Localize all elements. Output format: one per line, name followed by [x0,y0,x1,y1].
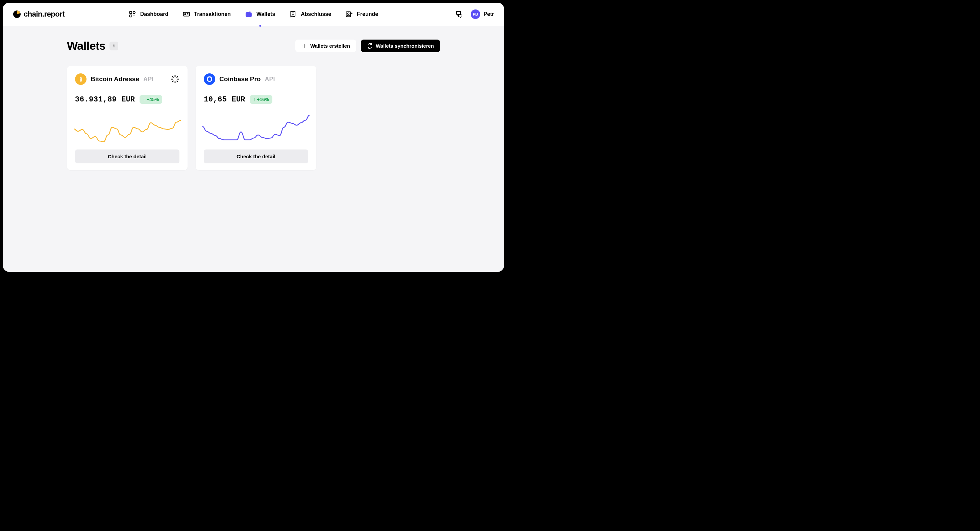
brand-name: chain.report [24,10,65,19]
wallet-sparkline [74,114,181,144]
user-menu[interactable]: PB Petr [471,10,494,19]
main-nav: Dashboard Transaktionen Wallets Abschl [129,3,378,26]
sync-wallets-label: Wallets synchronisieren [376,43,434,49]
nav-closings-label: Abschlüsse [301,11,331,17]
nav-wallets[interactable]: Wallets [245,3,275,26]
svg-line-28 [177,77,177,77]
wallet-name: Bitcoin Adresse [91,75,139,83]
wallet-amount: 36.931,89 [75,96,116,104]
check-detail-button[interactable]: Check the detail [204,150,308,163]
change-value: +45% [147,97,159,102]
wallet-tag: API [265,76,275,83]
active-indicator [259,25,261,27]
chat-icon[interactable] [455,10,463,18]
change-badge: ↑ +16% [250,95,272,104]
page-title: Wallets [67,39,105,53]
check-detail-button[interactable]: Check the detail [75,150,180,163]
svg-point-2 [133,11,135,14]
sync-icon [367,43,372,49]
transactions-icon [183,11,190,18]
nav-transactions[interactable]: Transaktionen [183,3,231,26]
wallet-name: Coinbase Pro [219,75,261,83]
divider [196,110,316,110]
nav-closings[interactable]: Abschlüsse [289,3,331,26]
nav-dashboard-label: Dashboard [140,11,169,17]
svg-rect-1 [130,11,132,14]
wallet-card-coinbase-pro[interactable]: Coinbase Pro API 10,65 EUR ↑ +16% Check [196,66,316,170]
sync-wallets-button[interactable]: Wallets synchronisieren [361,40,440,52]
svg-rect-3 [130,15,132,17]
page-header: Wallets i Wallets erstellen Wallets sync… [67,39,440,53]
brand-logo[interactable]: chain.report [13,10,65,19]
avatar: PB [471,10,480,19]
nav-wallets-label: Wallets [256,11,275,17]
nav-friends[interactable]: Freunde [345,3,378,26]
brand-logo-icon [13,10,21,18]
page-content: Wallets i Wallets erstellen Wallets sync… [3,26,504,183]
change-badge: ↑ +45% [140,95,162,104]
create-wallet-label: Wallets erstellen [310,43,350,49]
detail-label: Check the detail [237,153,275,159]
loading-spinner-icon [171,75,180,83]
create-wallet-button[interactable]: Wallets erstellen [295,40,356,52]
divider [67,110,188,110]
closings-icon [289,11,297,18]
coinbase-icon [204,73,215,85]
svg-point-6 [185,14,186,15]
svg-line-24 [177,81,177,81]
info-button[interactable]: i [110,41,118,50]
arrow-up-icon: ↑ [253,97,256,102]
arrow-up-icon: ↑ [143,97,145,102]
svg-rect-30 [209,78,210,80]
wallet-amount: 10,65 [204,96,227,104]
svg-rect-5 [183,13,189,16]
user-area: PB Petr [455,10,494,19]
svg-text:₿: ₿ [80,77,82,82]
wallet-sparkline [202,114,310,144]
dashboard-icon [129,11,136,18]
wallet-currency: EUR [232,96,245,104]
svg-point-11 [250,14,251,15]
info-label: i [113,43,115,49]
svg-line-23 [172,77,173,77]
nav-dashboard[interactable]: Dashboard [129,3,169,26]
nav-friends-label: Freunde [357,11,378,17]
wallets-grid: ₿ Bitcoin Adresse API 36.931,89 [67,66,440,170]
wallet-currency: EUR [121,96,135,104]
plus-icon [301,43,307,49]
change-value: +16% [257,97,269,102]
topbar: chain.report Dashboard Transaktionen Wal… [3,3,504,26]
detail-label: Check the detail [108,153,147,159]
wallet-icon [245,11,253,18]
nav-transactions-label: Transaktionen [194,11,231,17]
wallet-card-bitcoin[interactable]: ₿ Bitcoin Adresse API 36.931,89 [67,66,188,170]
svg-line-27 [172,81,173,81]
user-name: Petr [484,11,494,17]
avatar-initials: PB [473,12,478,16]
friends-icon [345,11,353,18]
svg-point-15 [348,13,349,14]
bitcoin-icon: ₿ [75,73,86,85]
wallet-tag: API [143,76,153,83]
